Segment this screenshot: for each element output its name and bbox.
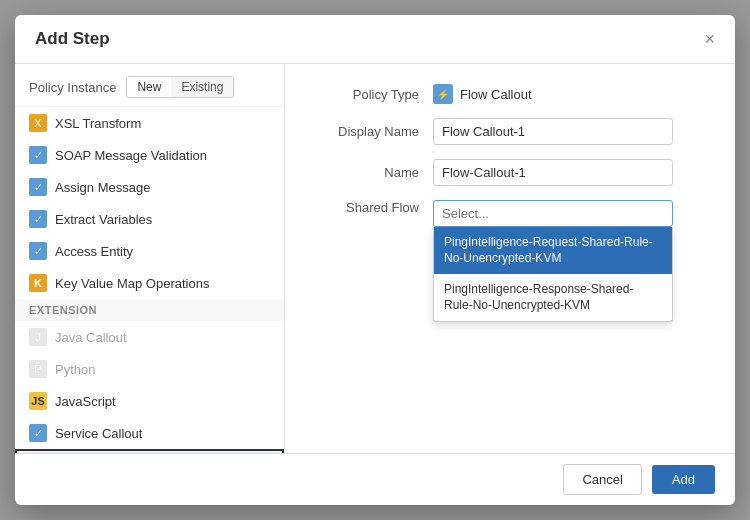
extract-icon: ✓ <box>29 210 47 228</box>
python-icon: P <box>29 360 47 378</box>
policy-instance-label: Policy Instance <box>29 80 116 95</box>
policy-instance-row: Policy Instance New Existing <box>15 68 284 107</box>
access-icon: ✓ <box>29 242 47 260</box>
policy-type-label: Policy Type <box>309 87 419 102</box>
name-label: Name <box>309 165 419 180</box>
list-item-access[interactable]: ✓ Access Entity <box>15 235 284 267</box>
list-item-javascript[interactable]: JS JavaScript <box>15 385 284 417</box>
policy-instance-existing-button[interactable]: Existing <box>171 77 233 97</box>
shared-flow-label: Shared Flow <box>309 200 419 215</box>
modal-footer: Cancel Add <box>15 453 735 505</box>
xsl-label: XSL Transform <box>55 116 141 131</box>
kvm-label: Key Value Map Operations <box>55 276 209 291</box>
java-icon: J <box>29 328 47 346</box>
right-panel: Policy Type ⚡ Flow Callout Display Name … <box>285 64 735 453</box>
policy-type-row: Policy Type ⚡ Flow Callout <box>309 84 711 104</box>
list-item-service-callout[interactable]: ✓ Service Callout <box>15 417 284 449</box>
xsl-icon: X <box>29 114 47 132</box>
java-label: Java Callout <box>55 330 127 345</box>
dropdown-list: PingIntelligence-Request-Shared-Rule-No-… <box>433 227 673 322</box>
shared-flow-row: Shared Flow PingIntelligence-Request-Sha… <box>309 200 711 227</box>
display-name-row: Display Name <box>309 118 711 145</box>
policy-type-value-container: ⚡ Flow Callout <box>433 84 532 104</box>
list-item-assign[interactable]: ✓ Assign Message <box>15 171 284 203</box>
js-icon: JS <box>29 392 47 410</box>
add-button[interactable]: Add <box>652 465 715 494</box>
list-item-java[interactable]: J Java Callout <box>15 321 284 353</box>
add-step-modal: Add Step × Policy Instance New Existing … <box>15 15 735 505</box>
service-icon: ✓ <box>29 424 47 442</box>
access-label: Access Entity <box>55 244 133 259</box>
python-label: Python <box>55 362 95 377</box>
dropdown-item-0[interactable]: PingIntelligence-Request-Shared-Rule-No-… <box>434 227 672 274</box>
name-row: Name <box>309 159 711 186</box>
extract-label: Extract Variables <box>55 212 152 227</box>
modal-header: Add Step × <box>15 15 735 64</box>
kvm-icon: K <box>29 274 47 292</box>
list-item-soap[interactable]: ✓ SOAP Message Validation <box>15 139 284 171</box>
policy-instance-new-button[interactable]: New <box>127 77 171 97</box>
display-name-input[interactable] <box>433 118 673 145</box>
assign-label: Assign Message <box>55 180 150 195</box>
modal-title: Add Step <box>35 29 110 49</box>
assign-icon: ✓ <box>29 178 47 196</box>
js-label: JavaScript <box>55 394 116 409</box>
soap-icon: ✓ <box>29 146 47 164</box>
policy-instance-toggle: New Existing <box>126 76 234 98</box>
name-input[interactable] <box>433 159 673 186</box>
list-item-extract[interactable]: ✓ Extract Variables <box>15 203 284 235</box>
list-item-python[interactable]: P Python <box>15 353 284 385</box>
soap-label: SOAP Message Validation <box>55 148 207 163</box>
close-button[interactable]: × <box>704 30 715 48</box>
left-panel: Policy Instance New Existing X XSL Trans… <box>15 64 285 453</box>
policy-type-value: Flow Callout <box>460 87 532 102</box>
display-name-label: Display Name <box>309 124 419 139</box>
list-item-kvm[interactable]: K Key Value Map Operations <box>15 267 284 299</box>
modal-body: Policy Instance New Existing X XSL Trans… <box>15 64 735 453</box>
dropdown-item-1[interactable]: PingIntelligence-Response-Shared-Rule-No… <box>434 274 672 321</box>
extension-section-header: EXTENSION <box>15 299 284 321</box>
shared-flow-container: PingIntelligence-Request-Shared-Rule-No-… <box>433 200 673 227</box>
service-label: Service Callout <box>55 426 142 441</box>
list-item-xsl[interactable]: X XSL Transform <box>15 107 284 139</box>
policy-type-icon: ⚡ <box>433 84 453 104</box>
shared-flow-input[interactable] <box>433 200 673 227</box>
cancel-button[interactable]: Cancel <box>563 464 641 495</box>
